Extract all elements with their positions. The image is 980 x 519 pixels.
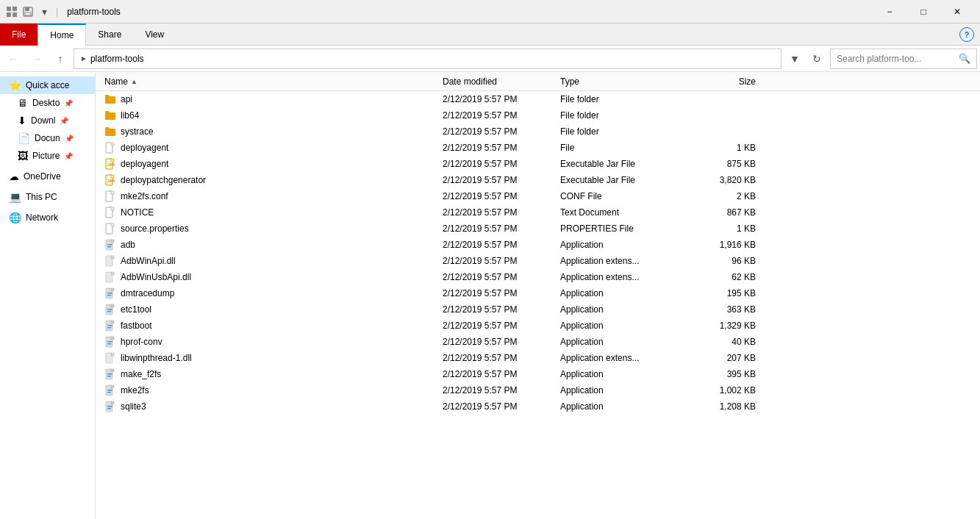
file-icon [104,320,116,332]
file-name-cell: source.properties [99,223,437,235]
back-button[interactable]: ← [3,49,24,69]
file-name: mke2fs [121,385,149,395]
file-date-cell: 2/12/2019 5:57 PM [437,321,554,331]
sidebar-label-desktop: Deskto [32,98,60,108]
file-date-cell: 2/12/2019 5:57 PM [437,401,554,412]
table-row[interactable]: deployagent2/12/2019 5:57 PMFile1 KB [96,140,980,156]
svg-text:JAR: JAR [107,179,115,183]
col-header-date[interactable]: Date modified [437,72,554,90]
table-row[interactable]: make_f2fs2/12/2019 5:57 PMApplication395… [96,366,980,382]
svg-rect-5 [25,7,29,11]
table-row[interactable]: AdbWinApi.dll2/12/2019 5:57 PMApplicatio… [96,253,980,269]
minimize-button[interactable]: − [873,0,906,24]
tab-share[interactable]: Share [86,24,133,46]
file-size-cell: 875 KB [694,159,768,169]
file-name-cell: deployagent [99,142,437,154]
tab-file[interactable]: File [0,24,37,46]
svg-rect-50 [107,376,111,377]
col-header-name[interactable]: Name ▲ [99,72,437,90]
file-name-cell: dmtracedump [99,287,437,299]
table-row[interactable]: dmtracedump2/12/2019 5:57 PMApplication1… [96,285,980,301]
table-row[interactable]: source.properties2/12/2019 5:57 PMPROPER… [96,221,980,237]
close-button[interactable]: ✕ [940,0,974,24]
file-name: adb [121,240,135,250]
file-name: source.properties [121,223,189,234]
tab-home[interactable]: Home [37,24,86,46]
sidebar-label-quickaccess: Quick acce [26,80,69,90]
sidebar-item-pictures[interactable]: 🖼 Picture 📌 [0,147,95,165]
table-row[interactable]: AdbWinUsbApi.dll2/12/2019 5:57 PMApplica… [96,269,980,285]
file-size-cell: 1,208 KB [694,401,768,412]
svg-rect-10 [111,159,114,162]
file-date-cell: 2/12/2019 5:57 PM [437,143,554,153]
file-icon [104,190,116,202]
sidebar-item-documents[interactable]: 📄 Docun 📌 [0,129,95,147]
sidebar: ⭐ Quick acce 🖥 Deskto 📌 ⬇ Downl 📌 📄 Docu… [0,72,96,519]
table-row[interactable]: lib642/12/2019 5:57 PMFile folder [96,107,980,124]
table-row[interactable]: NOTICE2/12/2019 5:57 PMText Document867 … [96,204,980,221]
table-row[interactable]: JARdeploypatchgenerator2/12/2019 5:57 PM… [96,172,980,188]
sidebar-item-network[interactable]: 🌐 Network [0,209,95,226]
table-row[interactable]: JARdeployagent2/12/2019 5:57 PMExecutabl… [96,156,980,172]
quick-access-icon[interactable] [6,6,18,18]
table-row[interactable]: fastboot2/12/2019 5:57 PMApplication1,32… [96,318,980,334]
sidebar-item-downloads[interactable]: ⬇ Downl 📌 [0,112,95,129]
search-input[interactable] [837,54,956,64]
file-type-cell: Application [554,240,694,250]
sidebar-item-thispc[interactable]: 💻 This PC [0,188,95,206]
table-row[interactable]: api2/12/2019 5:57 PMFile folder [96,91,980,107]
table-row[interactable]: mke2fs2/12/2019 5:57 PMApplication1,002 … [96,382,980,398]
table-row[interactable]: sqlite32/12/2019 5:57 PMApplication1,208… [96,398,980,415]
sidebar-item-quickaccess[interactable]: ⭐ Quick acce [0,76,95,94]
up-button[interactable]: ↑ [50,49,71,69]
file-type-cell: Executable Jar File [554,175,694,185]
tab-view[interactable]: View [133,24,176,46]
forward-button[interactable]: → [26,49,47,69]
help-button[interactable]: ? [959,27,974,42]
table-row[interactable]: systrace2/12/2019 5:57 PMFile folder [96,124,980,140]
sidebar-item-desktop[interactable]: 🖥 Deskto 📌 [0,94,95,112]
table-row[interactable]: etc1tool2/12/2019 5:57 PMApplication363 … [96,301,980,318]
file-name-cell: libwinpthread-1.dll [99,352,437,364]
svg-rect-32 [107,295,111,296]
maximize-button[interactable]: □ [906,0,940,24]
svg-rect-53 [107,390,112,391]
search-icon[interactable]: 🔍 [959,53,970,64]
pictures-icon: 🖼 [18,150,28,162]
address-path[interactable]: ► platform-tools [74,49,782,69]
file-name-cell: mke2fs.conf [99,190,437,202]
file-size-cell: 3,820 KB [694,175,768,185]
table-row[interactable]: libwinpthread-1.dll2/12/2019 5:57 PMAppl… [96,350,980,366]
dropdown-icon[interactable]: ▾ [38,6,50,18]
file-icon [104,271,116,283]
file-icon [104,126,116,137]
file-name: make_f2fs [121,369,161,379]
table-row[interactable]: mke2fs.conf2/12/2019 5:57 PMCONF File2 K… [96,188,980,204]
sidebar-item-onedrive[interactable]: ☁ OneDrive [0,168,95,185]
file-name: AdbWinApi.dll [121,256,176,266]
col-header-size[interactable]: Size [694,72,768,90]
svg-rect-46 [111,353,114,356]
file-name-cell: sqlite3 [99,401,437,412]
file-type-cell: Application [554,321,694,331]
save-icon[interactable] [22,6,34,18]
svg-rect-24 [107,246,111,248]
documents-icon: 📄 [18,132,30,144]
file-name: hprof-conv [121,337,162,347]
file-date-cell: 2/12/2019 5:57 PM [437,256,554,266]
thispc-icon: 💻 [9,191,21,203]
file-date-cell: 2/12/2019 5:57 PM [437,207,554,218]
file-name-cell: systrace [99,126,437,137]
refresh-button[interactable]: ↻ [806,49,827,69]
table-row[interactable]: hprof-conv2/12/2019 5:57 PMApplication40… [96,334,980,350]
svg-rect-0 [7,7,11,11]
path-dropdown-button[interactable]: ▼ [784,49,805,69]
file-type-cell: Executable Jar File [554,159,694,169]
sidebar-label-downloads: Downl [31,115,55,126]
file-date-cell: 2/12/2019 5:57 PM [437,337,554,347]
downloads-icon: ⬇ [18,115,26,126]
file-type-cell: Application [554,337,694,347]
col-header-type[interactable]: Type [554,72,694,90]
table-row[interactable]: adb2/12/2019 5:57 PMApplication1,916 KB [96,237,980,253]
file-type-cell: Application extens... [554,256,694,266]
